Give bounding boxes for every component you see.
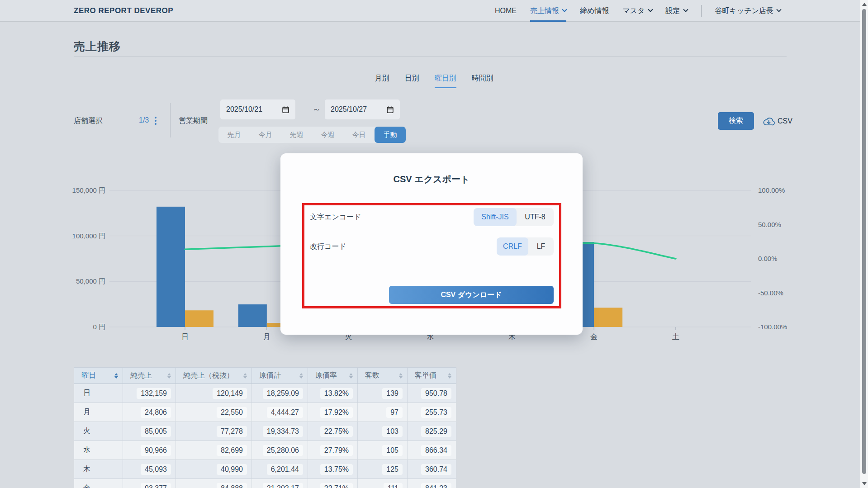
preset-今日[interactable]: 今日: [343, 127, 375, 143]
column-header-純売上[interactable]: 純売上: [123, 368, 176, 384]
cell-value: 90,966: [141, 445, 171, 456]
sort-down-arrow: [114, 376, 118, 379]
date-range-separator: ～: [307, 104, 327, 115]
bar-原価計-金: [594, 308, 622, 327]
table-cell: 85,005: [123, 422, 176, 441]
segment-option-Shift-JIS[interactable]: Shift-JIS: [474, 208, 517, 226]
brand-logo[interactable]: ZERO REPORT DEVEROP: [74, 0, 173, 22]
nav-item-label: 売上情報: [530, 6, 559, 16]
nav-item-設定[interactable]: 設定: [666, 0, 688, 22]
date-to-value: 2025/10/27: [331, 105, 367, 114]
nav-item-マスタ[interactable]: マスタ: [622, 0, 652, 22]
store-count: 1/3: [139, 116, 149, 124]
preset-先週[interactable]: 先週: [281, 127, 312, 143]
row-day-cell: 火: [74, 422, 123, 441]
sort-down-arrow: [299, 376, 303, 379]
date-to-input[interactable]: 2025/10/27: [325, 99, 400, 119]
csv-export-link[interactable]: CSV: [763, 115, 792, 127]
preset-今月[interactable]: 今月: [250, 127, 281, 143]
cell-value: 93,377: [141, 483, 171, 488]
cell-value: 111: [384, 483, 403, 488]
column-header-原価率[interactable]: 原価率: [308, 368, 358, 384]
segment-option-UTF-8[interactable]: UTF-8: [517, 208, 554, 226]
left-axis-tick: 100,000 円: [72, 232, 105, 240]
csv-download-button[interactable]: CSV ダウンロード: [389, 286, 554, 304]
cell-value: 105: [382, 445, 403, 456]
cell-value: 841.23: [421, 483, 451, 488]
cell-value: 22,550: [217, 407, 247, 418]
sort-icon: [399, 373, 403, 379]
table-cell: 22,550: [176, 403, 252, 422]
cloud-download-icon: [763, 116, 775, 127]
cell-value: 120,149: [213, 388, 247, 399]
sort-down-arrow: [399, 376, 403, 379]
table-cell: 82,699: [176, 441, 252, 460]
segmented-control-newline: CRLFLF: [497, 237, 554, 256]
cell-value: 866.34: [421, 445, 451, 456]
sort-up-arrow: [114, 373, 118, 375]
nav-user-menu[interactable]: 谷町キッチン店長: [715, 0, 781, 22]
bar-純売上-日: [157, 207, 185, 327]
column-header-純売上（税抜）[interactable]: 純売上（税抜）: [176, 368, 252, 384]
search-button[interactable]: 検索: [718, 112, 754, 130]
nav-item-HOME[interactable]: HOME: [495, 0, 517, 22]
period-label: 営業期間: [179, 116, 208, 126]
sort-down-arrow: [349, 376, 353, 379]
modal-row-label: 文字エンコード: [310, 213, 361, 222]
sort-up-arrow: [448, 373, 451, 375]
table-cell: 19,334.73: [252, 422, 308, 441]
segment-option-LF[interactable]: LF: [528, 237, 554, 256]
tab-曜日別[interactable]: 曜日別: [435, 74, 456, 88]
preset-手動[interactable]: 手動: [375, 127, 406, 143]
preset-先月[interactable]: 先月: [218, 127, 250, 143]
chevron-down-icon: [562, 7, 567, 12]
cell-value: 6,201.44: [267, 464, 303, 475]
chevron-down-icon: [648, 7, 653, 12]
nav-item-締め情報[interactable]: 締め情報: [580, 0, 609, 22]
table-cell: 103: [358, 422, 408, 441]
table-cell: 950.78: [408, 384, 456, 403]
table-cell: 255.73: [408, 403, 456, 422]
cell-value: 18,259.09: [263, 388, 303, 399]
cell-value: 25,280.06: [263, 445, 303, 456]
tab-日別[interactable]: 日別: [405, 74, 419, 88]
calendar-icon[interactable]: [282, 106, 289, 114]
scroll-up-arrow[interactable]: [862, 3, 867, 6]
nav-item-売上情報[interactable]: 売上情報: [530, 0, 566, 22]
table-cell: 17.92%: [308, 403, 358, 422]
x-axis-label-日: 日: [181, 333, 189, 341]
table-cell: 77,278: [176, 422, 252, 441]
calendar-icon[interactable]: [386, 106, 394, 114]
column-header-原価計[interactable]: 原価計: [252, 368, 308, 384]
preset-今週[interactable]: 今週: [312, 127, 343, 143]
column-header-客単価[interactable]: 客単価: [408, 368, 456, 384]
nav-item-label: マスタ: [622, 6, 645, 16]
page-title: 売上推移: [74, 39, 121, 54]
table-cell: 45,093: [123, 460, 176, 479]
store-kebab-menu-icon[interactable]: [155, 117, 157, 125]
tab-月別[interactable]: 月別: [375, 74, 389, 88]
column-header-客数[interactable]: 客数: [358, 368, 408, 384]
date-from-input[interactable]: 2025/10/21: [220, 99, 295, 119]
scroll-down-arrow[interactable]: [862, 482, 867, 485]
cell-value: 84,888: [217, 483, 247, 488]
column-header-曜日[interactable]: 曜日: [74, 368, 123, 384]
sort-up-arrow: [349, 373, 353, 375]
column-header-label: 純売上（税抜）: [183, 371, 234, 380]
cell-value: 950.78: [421, 388, 451, 399]
sort-icon: [167, 373, 171, 379]
cell-value: 85,005: [141, 426, 171, 437]
app-root: ZERO REPORT DEVEROP HOME売上情報締め情報マスタ設定谷町キ…: [0, 0, 868, 488]
sort-up-arrow: [167, 373, 171, 375]
cell-value: 45,093: [141, 464, 171, 475]
sales-table: 曜日純売上純売上（税抜）原価計原価率客数客単価日132,159120,14918…: [74, 367, 456, 488]
tab-時間別[interactable]: 時間別: [472, 74, 493, 88]
x-axis-label-土: 土: [672, 333, 679, 341]
row-day-cell: 水: [74, 441, 123, 460]
segment-option-CRLF[interactable]: CRLF: [497, 237, 528, 256]
scrollbar-thumb[interactable]: [862, 9, 866, 474]
cell-value: 40,990: [217, 464, 247, 475]
column-header-label: 客数: [365, 371, 379, 380]
column-header-label: 原価計: [259, 371, 281, 380]
cell-value: 82,699: [217, 445, 247, 456]
